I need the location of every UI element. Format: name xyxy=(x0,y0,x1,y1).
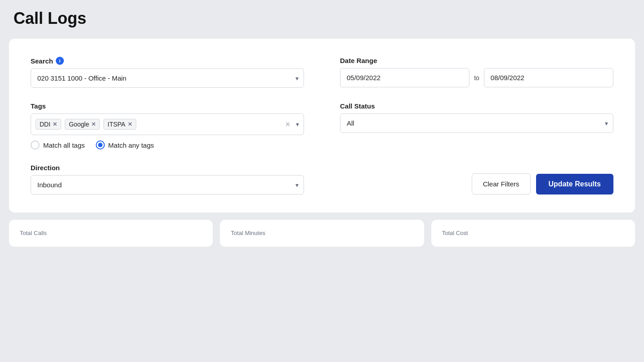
tags-chevron-icon[interactable]: ▾ xyxy=(296,121,299,128)
total-minutes-card: Total Minutes xyxy=(220,220,424,247)
bottom-cards: Total Calls Total Minutes Total Cost xyxy=(9,220,635,247)
tags-clear-icon[interactable]: ✕ xyxy=(283,120,292,129)
total-cost-card: Total Cost xyxy=(431,220,635,247)
date-range-label: Date Range xyxy=(340,57,613,64)
search-field-group: Search i 020 3151 1000 - Office - Main ▾ xyxy=(31,57,304,88)
call-status-select-wrapper: All ▾ xyxy=(340,113,613,133)
tags-label: Tags xyxy=(31,102,304,110)
tag-remove-google[interactable]: ✕ xyxy=(91,121,96,127)
call-status-select[interactable]: All xyxy=(340,113,613,133)
bottom-row: Direction Inbound ▾ Clear Filters Update… xyxy=(31,164,613,195)
tag-remove-ddi[interactable]: ✕ xyxy=(53,121,57,127)
call-status-label: Call Status xyxy=(340,102,613,110)
tag-chip-itspa: ITSPA ✕ xyxy=(103,119,136,130)
search-info-icon: i xyxy=(56,57,64,65)
filter-grid: Search i 020 3151 1000 - Office - Main ▾… xyxy=(31,57,613,149)
search-label: Search i xyxy=(31,57,304,65)
date-range-wrapper: to xyxy=(340,68,613,87)
button-group: Clear Filters Update Results xyxy=(472,173,613,195)
match-all-radio[interactable] xyxy=(31,140,40,149)
date-range-field-group: Date Range to xyxy=(340,57,613,88)
search-select-wrapper: 020 3151 1000 - Office - Main ▾ xyxy=(31,68,304,88)
total-minutes-label: Total Minutes xyxy=(231,230,265,236)
update-results-button[interactable]: Update Results xyxy=(536,174,613,195)
date-to-input[interactable] xyxy=(484,68,613,87)
clear-filters-button[interactable]: Clear Filters xyxy=(472,173,531,195)
call-status-field-group: Call Status All ▾ xyxy=(340,102,613,149)
match-any-radio[interactable] xyxy=(96,140,105,149)
tag-chip-google: Google ✕ xyxy=(65,119,100,130)
search-select[interactable]: 020 3151 1000 - Office - Main xyxy=(31,68,304,88)
direction-select[interactable]: Inbound xyxy=(31,175,304,195)
tag-chip-ddi: DDI ✕ xyxy=(36,119,61,130)
filter-card: Search i 020 3151 1000 - Office - Main ▾… xyxy=(9,39,635,213)
date-from-input[interactable] xyxy=(340,68,470,87)
radio-group: Match all tags Match any tags xyxy=(31,140,304,149)
match-any-label: Match any tags xyxy=(108,141,154,149)
match-any-option[interactable]: Match any tags xyxy=(96,140,154,149)
match-all-label: Match all tags xyxy=(43,141,85,149)
direction-label: Direction xyxy=(31,164,304,172)
total-cost-label: Total Cost xyxy=(442,230,468,236)
total-calls-card: Total Calls xyxy=(9,220,213,247)
tags-input[interactable]: DDI ✕ Google ✕ ITSPA ✕ ✕ ▾ xyxy=(31,113,304,135)
total-calls-label: Total Calls xyxy=(20,230,47,236)
tags-field-group: Tags DDI ✕ Google ✕ ITSPA ✕ ✕ ▾ xyxy=(31,102,304,149)
direction-field-group: Direction Inbound ▾ xyxy=(31,164,304,195)
direction-select-wrapper: Inbound ▾ xyxy=(31,175,304,195)
date-separator: to xyxy=(474,74,479,81)
page-title: Call Logs xyxy=(9,9,635,28)
match-all-option[interactable]: Match all tags xyxy=(31,140,85,149)
tag-remove-itspa[interactable]: ✕ xyxy=(128,121,132,127)
